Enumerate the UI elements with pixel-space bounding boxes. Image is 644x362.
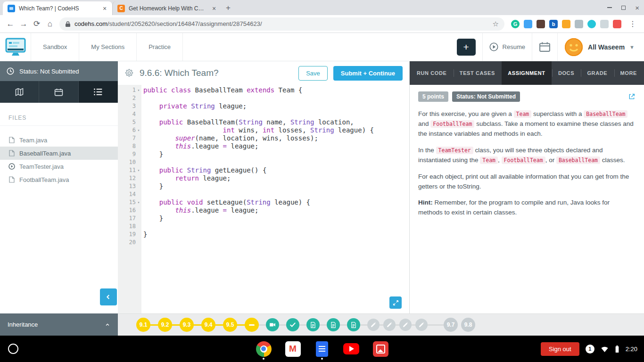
gmail-app-icon[interactable]: M [285,340,301,357]
refresh-icon[interactable]: ⟳ [30,17,43,31]
line-number[interactable]: 14 [118,190,141,198]
gallery-app-icon[interactable] [372,340,388,357]
user-menu[interactable]: All Waseem ▼ [557,33,644,61]
youtube-app-icon[interactable] [343,340,359,357]
progress-item-check[interactable] [286,318,299,331]
progress-item-9.1[interactable]: 9.1 [136,318,150,332]
tab-close-icon[interactable]: × [210,5,218,12]
editor-expand-button[interactable] [389,296,402,309]
browser-menu-icon[interactable]: ⋮ [625,19,640,28]
tab-more[interactable]: MORE [614,61,643,85]
nav-item-my-sections[interactable]: My Sections [79,33,137,61]
code-editor[interactable]: 1▾public class BaseballTeam extends Team… [118,85,409,313]
nav-item-sandbox[interactable]: Sandbox [31,33,79,61]
nav-item-practice[interactable]: Practice [137,33,183,61]
extension-icon-gray[interactable] [575,20,583,28]
extension-icon-dark[interactable] [537,20,545,28]
tab-test-cases[interactable]: TEST CASES [454,61,501,85]
sidebar-collapse-button[interactable] [100,288,117,305]
progress-item-dash[interactable] [245,318,259,332]
line-number[interactable]: 6▾ [118,126,141,134]
progress-item-9.2[interactable]: 9.2 [158,318,172,332]
line-number[interactable]: 12 [118,174,141,182]
calendar-icon[interactable] [539,41,551,52]
tab-grade[interactable]: GRADE [581,61,613,85]
line-number[interactable]: 9 [118,150,141,158]
codehs-logo[interactable] [0,33,31,61]
tab-close-icon[interactable]: × [101,5,108,12]
tab-chegg[interactable]: C Get Homework Help With Chegg × [112,1,222,15]
sidebar-tab-calendar[interactable] [39,81,78,103]
line-number[interactable]: 1▾ [118,86,141,94]
grammarly-extension-icon[interactable]: G [511,20,520,28]
progress-item-9.3[interactable]: 9.3 [180,318,194,332]
line-number[interactable]: 11▾ [118,166,141,174]
extension-icon-yellow[interactable] [562,20,570,28]
progress-item-9.5[interactable]: 9.5 [223,318,237,332]
restore-icon[interactable] [621,6,626,10]
tab-assignment[interactable]: ASSIGNMENT [502,61,551,85]
progress-item-9.4[interactable]: 9.4 [201,318,215,332]
line-number[interactable]: 16 [118,206,141,214]
progress-item-pencil[interactable] [383,319,396,331]
module-footer[interactable]: Inheritance [0,313,118,336]
notification-count[interactable]: 1 [586,345,594,354]
submit-continue-button[interactable]: Submit + Continue [333,66,403,81]
progress-item-9.7[interactable]: 9.7 [444,318,458,332]
battery-icon[interactable] [615,345,619,353]
line-number[interactable]: 15▾ [118,198,141,206]
chrome-app-icon[interactable] [256,340,272,357]
sign-out-button[interactable]: Sign out [541,342,579,356]
file-item[interactable]: TeamTester.java [0,160,118,173]
minimize-icon[interactable] [607,7,612,8]
resume-button[interactable]: Resume [489,42,525,51]
bookmark-star-icon[interactable]: ☆ [493,20,499,28]
extension-icon-colorful[interactable] [613,20,621,28]
progress-item-doc[interactable] [347,318,360,331]
file-item[interactable]: BaseballTeam.java [0,147,118,160]
extension-icon-b[interactable]: b [549,20,558,28]
docs-app-icon[interactable] [314,340,330,357]
progress-item-pencil[interactable] [415,319,428,331]
gear-icon[interactable] [124,68,134,78]
address-bar[interactable]: codehs.com/student/2052620/section/16484… [59,17,504,31]
line-number[interactable]: 20 [118,239,141,247]
extension-icon-teal[interactable] [587,20,596,28]
progress-item-doc[interactable] [327,318,340,331]
file-item[interactable]: Team.java [0,133,118,147]
launcher-icon[interactable] [8,344,18,354]
save-button[interactable]: Save [298,66,328,81]
line-number[interactable]: 17 [118,214,141,222]
back-icon[interactable]: ← [4,17,17,31]
sidebar-tab-files[interactable] [79,81,118,103]
line-number[interactable]: 4 [118,110,141,118]
progress-item-doc[interactable] [306,318,320,331]
line-number[interactable]: 19 [118,230,141,239]
line-number[interactable]: 2 [118,94,141,102]
home-icon[interactable]: ⌂ [43,17,57,31]
add-button[interactable]: + [457,39,476,56]
new-tab-button[interactable]: + [222,1,235,15]
progress-item-pencil[interactable] [399,319,412,331]
clock-time[interactable]: 2:20 [626,346,637,353]
line-number[interactable]: 13 [118,182,141,190]
progress-item-video[interactable] [266,318,279,331]
line-number[interactable]: 7 [118,134,141,142]
file-item[interactable]: FootballTeam.java [0,173,118,186]
line-number[interactable]: 18 [118,222,141,230]
line-number[interactable]: 5 [118,118,141,126]
sidebar-tab-map[interactable] [0,81,39,103]
extension-icon-blue[interactable] [524,20,532,28]
tab-run-code[interactable]: RUN CODE [411,61,453,85]
progress-item-pencil[interactable] [367,319,380,331]
tab-docs[interactable]: DOCS [552,61,580,85]
progress-item-9.8[interactable]: 9.8 [461,318,475,332]
forward-icon[interactable]: → [17,17,30,31]
tab-codehs[interactable]: Which Team? | CodeHS × [3,1,112,15]
wifi-icon[interactable] [601,346,609,353]
line-number[interactable]: 8 [118,142,141,150]
close-icon[interactable]: × [635,4,639,11]
extension-icon-light[interactable] [600,20,609,28]
line-number[interactable]: 10 [118,158,141,166]
line-number[interactable]: 3 [118,102,141,110]
